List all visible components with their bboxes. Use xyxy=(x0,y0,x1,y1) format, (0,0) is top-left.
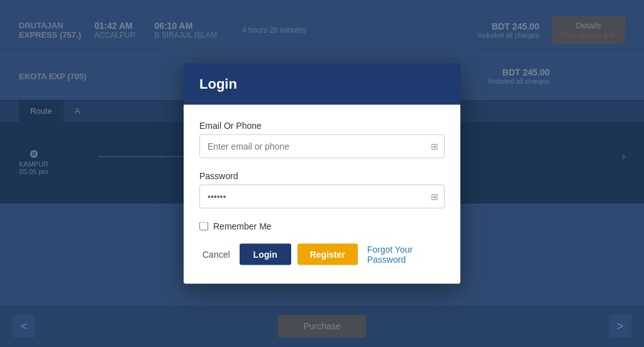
email-input-wrapper: ⊞ xyxy=(199,135,445,158)
email-icon: ⊞ xyxy=(431,141,438,151)
password-label: Password xyxy=(199,171,445,181)
email-input[interactable] xyxy=(199,135,445,158)
password-icon: ⊞ xyxy=(431,192,438,202)
login-modal: Login Email Or Phone ⊞ Password ⊞ Rememb… xyxy=(184,63,460,284)
modal-title: Login xyxy=(199,76,445,92)
login-button[interactable]: Login xyxy=(240,244,291,265)
password-input[interactable] xyxy=(199,185,445,209)
action-row: Cancel Login Register Forgot Your Passwo… xyxy=(199,244,445,265)
email-group: Email Or Phone ⊞ xyxy=(199,121,445,158)
remember-me-checkbox[interactable] xyxy=(199,222,208,231)
modal-body: Email Or Phone ⊞ Password ⊞ Remember Me … xyxy=(184,105,460,284)
register-button[interactable]: Register xyxy=(297,244,358,265)
password-input-wrapper: ⊞ xyxy=(199,185,445,209)
remember-me-label: Remember Me xyxy=(213,221,272,231)
password-group: Password ⊞ xyxy=(199,171,445,209)
forgot-password-link[interactable]: Forgot Your Password xyxy=(367,245,445,265)
remember-me-row: Remember Me xyxy=(199,221,445,231)
cancel-button[interactable]: Cancel xyxy=(199,245,233,265)
modal-header: Login xyxy=(184,63,460,105)
email-label: Email Or Phone xyxy=(199,121,445,131)
